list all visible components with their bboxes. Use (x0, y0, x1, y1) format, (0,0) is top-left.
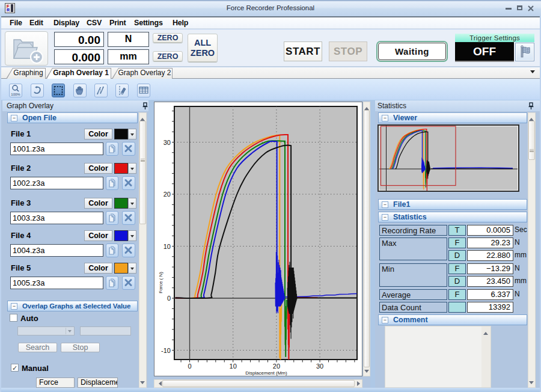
svg-text:100%: 100% (11, 93, 20, 96)
svg-text:20: 20 (273, 363, 280, 370)
svg-text:30: 30 (316, 363, 323, 370)
svg-text:10: 10 (230, 363, 237, 370)
svg-text:20: 20 (164, 191, 171, 198)
svg-text:30: 30 (164, 139, 171, 146)
svg-text:0: 0 (167, 295, 171, 302)
svg-text:0: 0 (188, 363, 191, 370)
svg-text:Displacement (Mm): Displacement (Mm) (245, 370, 287, 376)
svg-text:-10: -10 (161, 347, 171, 354)
svg-text:10: 10 (164, 243, 171, 250)
svg-text:Force ( N): Force ( N) (158, 272, 164, 293)
